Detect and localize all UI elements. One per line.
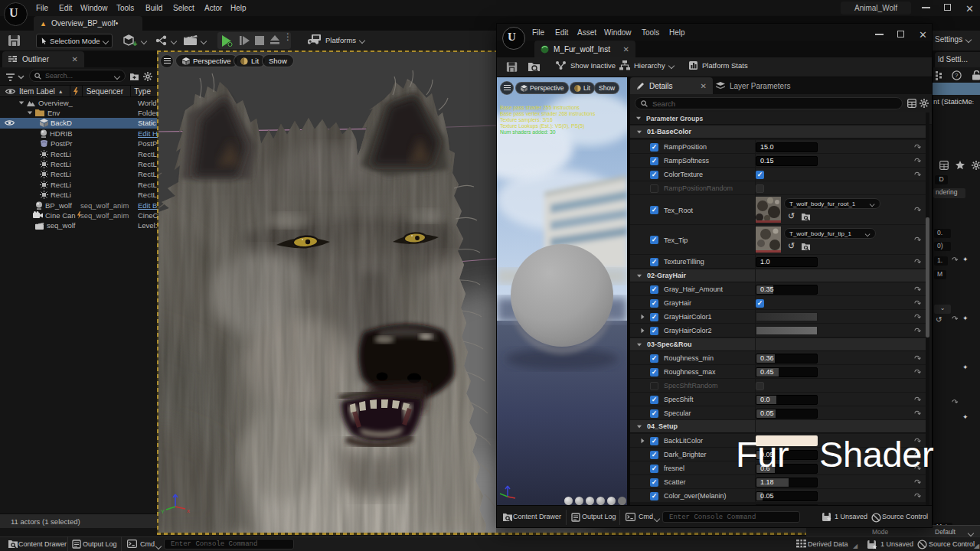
svg-text:?: ? bbox=[955, 72, 959, 79]
svg-text:Texture samplers: 3/16: Texture samplers: 3/16 bbox=[500, 117, 553, 123]
svg-text:Texture Lookups (Est.): VS(0),: Texture Lookups (Est.): VS(0), PS(5) bbox=[500, 123, 584, 129]
svg-text:Num shaders added: 30: Num shaders added: 30 bbox=[500, 129, 556, 135]
svg-text:-Y: -Y bbox=[158, 508, 165, 515]
svg-text:x: x bbox=[187, 507, 190, 514]
svg-text:Base pass vertex shader 268 in: Base pass vertex shader 268 instructions bbox=[500, 111, 596, 117]
svg-text:+: + bbox=[132, 39, 137, 47]
svg-text:Base pass shader 255 instructi: Base pass shader 255 instructions bbox=[500, 105, 580, 111]
